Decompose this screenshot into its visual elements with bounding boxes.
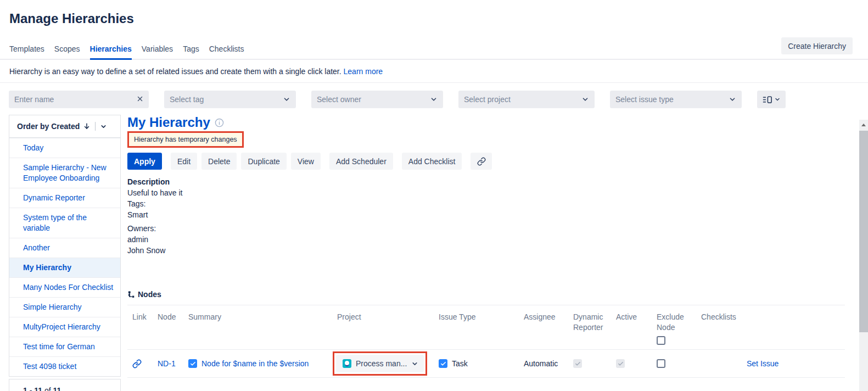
pagination-start: 1 (23, 386, 27, 391)
chevron-down-icon (729, 96, 736, 103)
tab-hierarchies[interactable]: Hierarchies (90, 41, 132, 60)
tags-value: Smart (127, 209, 845, 220)
order-by-control[interactable]: Order by Created (9, 115, 120, 138)
pagination-dash: - (30, 386, 32, 391)
project-dropdown[interactable]: Process man... (336, 355, 424, 372)
hierarchy-tree-icon (127, 291, 136, 299)
sidebar-item-system-type[interactable]: System type of the variable (9, 208, 120, 238)
col-checklists: Checklists (701, 312, 845, 322)
sidebar-item-test-4098[interactable]: Test 4098 ticket (9, 356, 120, 376)
view-button[interactable]: View (291, 153, 321, 170)
node-summary-link[interactable]: Node for $name in the $version (201, 359, 309, 368)
info-icon[interactable] (215, 118, 224, 127)
vertical-scrollbar[interactable] (859, 120, 868, 391)
title-row: My Hierarchy (127, 115, 845, 130)
tag-filter-placeholder: Select tag (170, 95, 204, 104)
chevron-down-icon (774, 96, 781, 103)
sidebar-item-dynamic-reporter[interactable]: Dynamic Reporter (9, 188, 120, 208)
page-title: Manage Hierarchies (0, 0, 868, 26)
link-icon[interactable] (132, 359, 142, 368)
tab-variables[interactable]: Variables (142, 41, 173, 60)
node-key-link[interactable]: ND-1 (158, 359, 176, 368)
col-issue-type: Issue Type (439, 312, 524, 322)
node-issue-type-cell: Task (439, 350, 524, 377)
col-link: Link (132, 312, 158, 322)
issue-type-value: Task (452, 359, 468, 368)
owner-filter-select[interactable]: Select owner (311, 91, 443, 108)
issue-type-checkbox[interactable] (439, 359, 447, 368)
pagination-of: of (44, 386, 51, 391)
exclude-all-checkbox[interactable] (657, 336, 665, 345)
chevron-down-icon (411, 360, 418, 367)
sort-direction-icon[interactable] (83, 122, 91, 130)
node-link-cell (132, 350, 158, 377)
project-filter-select[interactable]: Select project (458, 91, 595, 108)
tag-filter-select[interactable]: Select tag (164, 91, 296, 108)
summary-checkbox[interactable] (188, 359, 197, 368)
sidebar-item-today[interactable]: Today (9, 138, 120, 158)
chevron-down-icon (283, 96, 290, 103)
node-dynamic-reporter-cell (573, 350, 616, 377)
tags-label: Tags: (127, 198, 845, 209)
hierarchy-sidebar: Order by Created Today Sample Hierarchy … (9, 115, 121, 391)
chevron-down-icon (581, 96, 589, 103)
name-filter (9, 91, 149, 108)
node-assignee-cell: Automatic (524, 350, 573, 377)
hierarchy-title: My Hierarchy (127, 115, 210, 130)
node-summary-cell: Node for $name in the $version (188, 350, 337, 377)
project-dropdown-value: Process man... (356, 359, 407, 368)
add-checklist-button[interactable]: Add Checklist (402, 153, 462, 170)
nodes-section-title: Nodes (138, 290, 161, 299)
tabs: Templates Scopes Hierarchies Variables T… (9, 41, 244, 59)
scroll-up-arrow[interactable] (859, 120, 868, 130)
node-checklists-cell: Set Issue (701, 350, 845, 377)
add-scheduler-button[interactable]: Add Scheduler (329, 153, 393, 170)
chevron-down-icon (430, 96, 438, 103)
tab-templates[interactable]: Templates (9, 41, 44, 60)
node-exclude-cell (657, 350, 701, 377)
manage-hierarchies-page: Manage Hierarchies Templates Scopes Hier… (0, 0, 868, 391)
name-filter-input[interactable] (9, 91, 149, 108)
sidebar-item-multyproject[interactable]: MultyProject Hierarchy (9, 317, 120, 337)
tab-checklists[interactable]: Checklists (209, 41, 244, 60)
view-toggle-button[interactable] (757, 91, 786, 108)
apply-button[interactable]: Apply (127, 153, 162, 170)
duplicate-button[interactable]: Duplicate (241, 153, 286, 170)
intro-text: Hierarchy is an easy way to define a set… (9, 67, 341, 76)
col-dynamic-reporter: Dynamic Reporter (573, 312, 616, 333)
detail-view-icon (763, 96, 772, 104)
col-project: Project (337, 312, 439, 322)
pagination-end: 11 (34, 386, 42, 391)
issue-type-filter-placeholder: Select issue type (615, 95, 674, 104)
tab-tags[interactable]: Tags (183, 41, 199, 60)
annotation-highlight-box: Process man... (333, 351, 427, 376)
sidebar-item-test-time-german[interactable]: Test time for German (9, 337, 120, 356)
copy-link-button[interactable] (471, 153, 492, 170)
sidebar-item-sample-hierarchy[interactable]: Sample Hierarchy - New Employee Onboardi… (9, 158, 120, 188)
sidebar-item-another[interactable]: Another (9, 238, 120, 258)
learn-more-link[interactable]: Learn more (344, 67, 383, 76)
create-hierarchy-button[interactable]: Create Hierarchy (781, 37, 853, 54)
node-active-cell (616, 350, 657, 377)
tab-scopes[interactable]: Scopes (54, 41, 80, 60)
sidebar-item-my-hierarchy[interactable]: My Hierarchy (9, 258, 120, 277)
node-project-cell: Process man... (337, 350, 439, 377)
col-exclude-node: Exclude Node (657, 312, 701, 345)
hierarchy-list: Order by Created Today Sample Hierarchy … (9, 115, 121, 377)
active-checkbox (616, 359, 625, 368)
scrollbar-thumb[interactable] (859, 131, 868, 332)
owner-item: admin (127, 234, 845, 245)
edit-button[interactable]: Edit (171, 153, 197, 170)
delete-button[interactable]: Delete (201, 153, 237, 170)
clear-icon[interactable] (136, 95, 144, 103)
chevron-down-icon[interactable] (100, 123, 107, 130)
description-block: Description Useful to have it Tags: Smar… (127, 176, 845, 256)
issue-type-filter-select[interactable]: Select issue type (610, 91, 742, 108)
assignee-value: Automatic (524, 359, 558, 368)
exclude-node-checkbox[interactable] (657, 359, 665, 368)
sidebar-item-many-nodes[interactable]: Many Nodes For Checklist (9, 277, 120, 297)
col-active: Active (616, 312, 657, 322)
set-issue-link[interactable]: Set Issue (747, 359, 779, 368)
link-icon (477, 157, 486, 166)
sidebar-item-simple-hierarchy[interactable]: Simple Hierarchy (9, 297, 120, 317)
